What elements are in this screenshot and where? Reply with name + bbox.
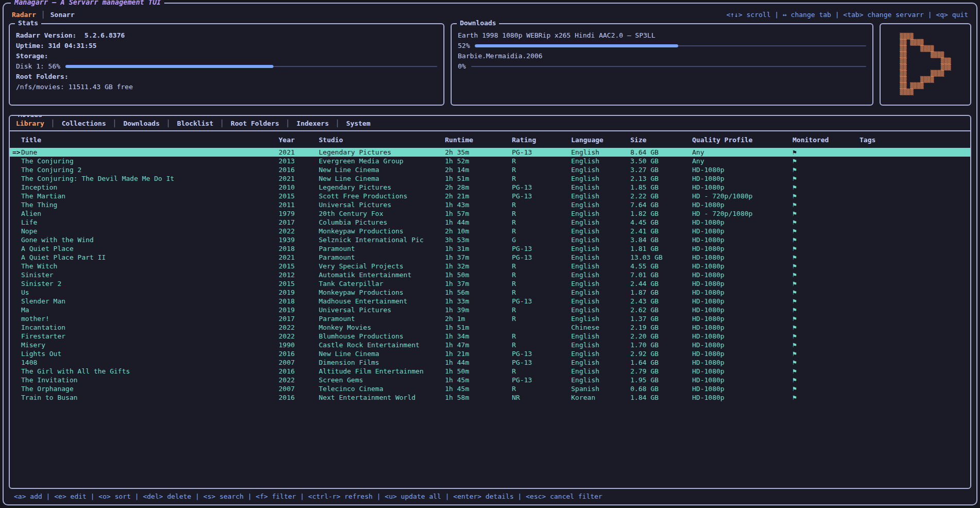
movie-size: 2.92 GB: [630, 350, 692, 358]
movie-size: 4.45 GB: [630, 218, 692, 226]
movie-year: 2013: [279, 157, 319, 165]
movies-panel-title: Movies: [15, 115, 45, 118]
col-tags: Tags: [859, 136, 969, 144]
movie-row[interactable]: A Quiet Place Part II 2021 Paramount 1h …: [10, 253, 970, 262]
movie-row[interactable]: Misery 1990 Castle Rock Entertainment 1h…: [10, 341, 970, 349]
tab-blocklist[interactable]: Blocklist: [177, 120, 213, 127]
movie-rating: R: [512, 367, 571, 375]
movie-studio: Universal Pictures: [319, 201, 445, 209]
movie-runtime: 1h 51m: [445, 324, 512, 331]
movie-studio: Monkeypaw Productions: [319, 227, 445, 235]
movie-year: 2021: [279, 148, 319, 156]
movie-row[interactable]: Nope 2022 Monkeypaw Productions 2h 10m R…: [10, 227, 970, 235]
movie-row[interactable]: => Dune 2021 Legendary Pictures 2h 35m P…: [10, 148, 970, 157]
movie-rating: R: [512, 218, 571, 226]
movie-quality-profile: HD-1080p: [692, 367, 793, 375]
movie-rating: R: [512, 306, 571, 314]
movie-row[interactable]: Alien 1979 20th Century Fox 1h 57m R Eng…: [10, 209, 970, 218]
panels-row: Stats Radarr Version: 5.2.6.8376 Uptime:…: [9, 23, 971, 106]
movie-language: English: [571, 166, 630, 174]
monitored-flag-icon: ⚑: [793, 367, 859, 375]
movie-row[interactable]: The Conjuring: The Devil Made Me Do It 2…: [10, 174, 970, 183]
movie-size: 2.41 GB: [630, 227, 692, 235]
movie-row[interactable]: The Conjuring 2 2016 New Line Cinema 2h …: [10, 165, 970, 174]
movie-row[interactable]: Sinister 2012 Automatik Entertainment 1h…: [10, 270, 970, 279]
movie-row[interactable]: Inception 2010 Legendary Pictures 2h 28m…: [10, 183, 970, 192]
monitored-flag-icon: ⚑: [793, 315, 859, 323]
movie-year: 2015: [279, 192, 319, 200]
movie-language: Korean: [571, 394, 630, 401]
tab-library[interactable]: Library: [16, 120, 44, 127]
movie-row[interactable]: The Thing 2011 Universal Pictures 1h 43m…: [10, 200, 970, 209]
movie-runtime: 1h 58m: [445, 394, 512, 401]
col-size: Size: [630, 136, 692, 144]
monitored-flag-icon: ⚑: [793, 271, 859, 279]
movie-studio: Very Special Projects: [319, 262, 445, 270]
movie-language: English: [571, 341, 630, 349]
movie-title: Sinister: [21, 271, 279, 279]
movie-quality-profile: HD-1080p: [692, 394, 793, 401]
movie-row[interactable]: Ma 2019 Universal Pictures 1h 39m R Engl…: [10, 306, 970, 314]
movie-language: English: [571, 350, 630, 358]
movie-row[interactable]: The Martian 2015 Scott Free Productions …: [10, 192, 970, 200]
movie-row[interactable]: Train to Busan 2016 Next Entertainment W…: [10, 393, 970, 402]
storage-label: Storage:: [16, 51, 437, 61]
tab-separator: │: [113, 120, 117, 127]
movie-row[interactable]: Firestarter 2022 Blumhouse Productions 1…: [10, 332, 970, 341]
movie-row[interactable]: Lights Out 2016 New Line Cinema 1h 21m P…: [10, 349, 970, 358]
movie-quality-profile: HD-1080p: [692, 324, 793, 331]
movie-row[interactable]: Sinister 2 2015 Tank Caterpillar 1h 37m …: [10, 279, 970, 288]
tab-collections[interactable]: Collections: [62, 120, 106, 127]
movie-size: 1.82 GB: [630, 210, 692, 217]
movie-row[interactable]: The Conjuring 2013 Evergreen Media Group…: [10, 157, 970, 165]
movie-row[interactable]: Slender Man 2018 Madhouse Entertainment …: [10, 297, 970, 306]
tab-downloads[interactable]: Downloads: [124, 120, 160, 127]
movie-row[interactable]: The Witch 2015 Very Special Projects 1h …: [10, 262, 970, 270]
movie-size: 1.64 GB: [630, 359, 692, 366]
movie-row[interactable]: mother! 2017 Paramount 2h 1m R English 1…: [10, 314, 970, 323]
movie-language: English: [571, 289, 630, 296]
movie-row[interactable]: Us 2019 Monkeypaw Productions 1h 56m R E…: [10, 288, 970, 297]
movie-year: 1939: [279, 236, 319, 244]
servarr-tabs: Radarr │ Sonarr: [12, 11, 75, 19]
download-item-name: Earth 1998 1080p WEBRip x265 Hindi AAC2.…: [458, 30, 866, 41]
movie-row[interactable]: Gone with the Wind 1939 Selznick Interna…: [10, 235, 970, 244]
movie-row[interactable]: Incantation 2022 Monkey Movies 1h 51m Ch…: [10, 323, 970, 332]
movie-runtime: 1h 37m: [445, 253, 512, 261]
movie-quality-profile: HD-1080p: [692, 271, 793, 279]
movie-language: English: [571, 236, 630, 244]
stats-panel-title: Stats: [15, 19, 41, 27]
tab-sonarr[interactable]: Sonarr: [50, 11, 75, 19]
top-keybind-hints: <↑↓> scroll | ↔ change tab | <tab> chang…: [726, 11, 968, 19]
movie-row[interactable]: Life 2017 Columbia Pictures 1h 44m R Eng…: [10, 218, 970, 227]
tab-root-folders[interactable]: Root Folders: [231, 120, 279, 127]
movie-studio: 20th Century Fox: [319, 210, 445, 217]
movie-language: English: [571, 148, 630, 156]
movie-runtime: 1h 47m: [445, 341, 512, 349]
movie-row[interactable]: The Girl with All the Gifts 2016 Altitud…: [10, 367, 970, 376]
movie-language: English: [571, 271, 630, 279]
movie-row[interactable]: 1408 2007 Dimension Films 1h 44m PG-13 E…: [10, 358, 970, 367]
movie-row[interactable]: A Quiet Place 2018 Paramount 1h 31m PG-1…: [10, 244, 970, 253]
tab-radarr[interactable]: Radarr: [12, 11, 36, 19]
movie-studio: Castle Rock Entertainment: [319, 341, 445, 349]
movie-quality-profile: HD-1080p: [692, 350, 793, 358]
movie-rating: R: [512, 271, 571, 279]
movie-row[interactable]: The Invitation 2022 Screen Gems 1h 45m P…: [10, 376, 970, 384]
downloads-panel-title: Downloads: [457, 19, 499, 27]
movie-language: English: [571, 306, 630, 314]
movie-language: English: [571, 253, 630, 261]
movie-title: A Quiet Place Part II: [21, 253, 279, 261]
movie-year: 2016: [279, 350, 319, 358]
movie-title: Life: [21, 218, 279, 226]
movie-title: The Thing: [21, 201, 279, 209]
movie-size: 0.68 GB: [630, 385, 692, 393]
movie-studio: Legendary Pictures: [319, 183, 445, 191]
movie-language: English: [571, 376, 630, 384]
movie-rating: R: [512, 175, 571, 182]
movie-row[interactable]: The Orphanage 2007 Telecinco Cinema 1h 4…: [10, 384, 970, 393]
tab-system[interactable]: System: [346, 120, 370, 127]
movie-rating: PG-13: [512, 253, 571, 261]
movie-year: 2017: [279, 315, 319, 323]
tab-indexers[interactable]: Indexers: [297, 120, 329, 127]
